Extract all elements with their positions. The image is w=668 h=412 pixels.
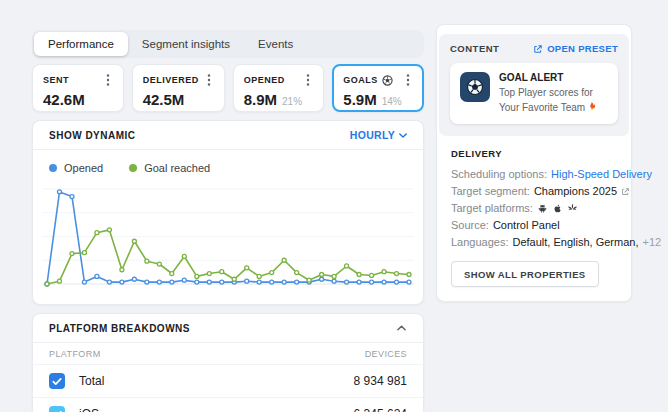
delivery-row-target-segment: Target segment: Champions 2025 bbox=[451, 183, 617, 200]
soccer-ball-icon bbox=[382, 75, 393, 86]
stat-value: 42.5M bbox=[143, 91, 185, 108]
apple-icon bbox=[552, 203, 563, 214]
chevron-down-icon bbox=[399, 133, 407, 138]
stat-percent: 21% bbox=[282, 96, 302, 107]
field-label: Source: bbox=[451, 217, 489, 234]
legend-dot-goal-reached bbox=[129, 164, 137, 172]
delivery-row-languages: Languages: Default, English, German, +12 bbox=[451, 234, 617, 251]
field-label: Target segment: bbox=[451, 183, 530, 200]
content-section: CONTENT OPEN PRESET GOAL ALERT bbox=[439, 34, 629, 136]
kebab-menu-icon[interactable] bbox=[302, 72, 314, 88]
stat-card-goals[interactable]: GOALS 5.9M 14% bbox=[332, 64, 424, 112]
interval-dropdown[interactable]: HOURLY bbox=[350, 129, 407, 141]
chart-legend: Opened Goal reached bbox=[33, 150, 423, 176]
tab-segment-insights[interactable]: Segment insights bbox=[128, 32, 244, 56]
devices-count: 8 934 981 bbox=[354, 374, 407, 388]
show-dynamic-card: SHOW DYNAMIC HOURLY Opened Goal reached bbox=[32, 120, 424, 305]
delivery-row-source: Source: Control Panel bbox=[451, 217, 617, 234]
goal-alert-card[interactable]: GOAL ALERT Top Player scores for Your Fa… bbox=[450, 63, 618, 124]
languages-value: Default, English, German, bbox=[513, 234, 639, 251]
kebab-menu-icon[interactable] bbox=[402, 72, 414, 88]
table-row-total: Total 8 934 981 bbox=[33, 365, 423, 398]
android-icon bbox=[537, 203, 548, 214]
column-header-platform: PLATFORM bbox=[49, 349, 101, 359]
stat-percent: 14% bbox=[382, 96, 402, 107]
kebab-menu-icon[interactable] bbox=[203, 72, 215, 88]
field-label: Scheduling options: bbox=[451, 166, 547, 183]
stat-label: DELIVERED bbox=[143, 75, 199, 85]
open-preset-link[interactable]: OPEN PRESET bbox=[533, 43, 618, 54]
stat-card-delivered[interactable]: DELIVERED 42.5M bbox=[132, 64, 225, 112]
platform-name: iOS bbox=[79, 407, 99, 412]
languages-more-count[interactable]: +12 bbox=[642, 234, 661, 251]
delivery-section-title: DELIVERY bbox=[451, 148, 617, 159]
line-chart[interactable] bbox=[40, 180, 416, 292]
platform-checkbox[interactable] bbox=[49, 373, 65, 389]
stat-card-opened[interactable]: OPENED 8.9M 21% bbox=[233, 64, 325, 112]
delivery-row-target-platforms: Target platforms: bbox=[451, 200, 617, 217]
field-label: Target platforms: bbox=[451, 200, 533, 217]
table-column-headers: PLATFORM DEVICES bbox=[33, 343, 423, 365]
platform-card-title: PLATFORM BREAKDOWNS bbox=[49, 323, 190, 334]
alert-title: GOAL ALERT bbox=[499, 72, 608, 83]
huawei-icon bbox=[567, 203, 578, 214]
stat-value: 5.9M bbox=[343, 91, 376, 108]
open-preset-label: OPEN PRESET bbox=[547, 43, 618, 54]
stat-card-sent[interactable]: SENT 42.6M bbox=[32, 64, 124, 112]
chart-card-title: SHOW DYNAMIC bbox=[49, 130, 136, 141]
high-speed-delivery-link[interactable]: High-Speed Delivery bbox=[551, 166, 652, 183]
legend-label: Goal reached bbox=[144, 162, 210, 174]
platform-breakdowns-card: PLATFORM BREAKDOWNS PLATFORM DEVICES Tot… bbox=[32, 313, 424, 412]
legend-dot-opened bbox=[49, 164, 57, 172]
tab-events[interactable]: Events bbox=[244, 32, 307, 56]
legend-label: Opened bbox=[64, 162, 103, 174]
stat-label: GOALS bbox=[343, 75, 378, 85]
stat-value: 42.6M bbox=[43, 91, 85, 108]
stat-value: 8.9M bbox=[244, 91, 277, 108]
delivery-row-scheduling: Scheduling options: High-Speed Delivery bbox=[451, 166, 617, 183]
tab-performance[interactable]: Performance bbox=[34, 32, 128, 56]
devices-count: 6 345 624 bbox=[354, 407, 407, 412]
kebab-menu-icon[interactable] bbox=[102, 72, 114, 88]
platform-checkbox[interactable] bbox=[49, 406, 65, 412]
tab-bar: Performance Segment insights Events bbox=[32, 30, 424, 58]
table-row-ios: iOS 6 345 624 bbox=[33, 398, 423, 412]
interval-dropdown-value: HOURLY bbox=[350, 129, 395, 141]
soccer-ball-icon bbox=[460, 72, 490, 102]
source-value: Control Panel bbox=[493, 217, 560, 234]
alert-text: Top Player scores for Your Favorite Team bbox=[499, 87, 593, 113]
column-header-devices: DEVICES bbox=[365, 349, 407, 359]
stats-row: SENT 42.6M DELIVERED 42.5M OPENED bbox=[32, 64, 424, 112]
delivery-section: DELIVERY Scheduling options: High-Speed … bbox=[439, 136, 629, 299]
field-label: Languages: bbox=[451, 234, 509, 251]
platform-name: Total bbox=[79, 374, 104, 388]
show-all-properties-button[interactable]: SHOW ALL PROPERTIES bbox=[451, 261, 599, 287]
campaign-details-card: CONTENT OPEN PRESET GOAL ALERT bbox=[436, 24, 632, 302]
fire-emoji-icon bbox=[588, 102, 597, 113]
collapse-chevron-up-icon[interactable] bbox=[396, 324, 407, 332]
legend-item-goal-reached[interactable]: Goal reached bbox=[129, 162, 210, 174]
content-section-title: CONTENT bbox=[450, 43, 499, 54]
target-segment-value: Champions 2025 bbox=[534, 183, 617, 200]
legend-item-opened[interactable]: Opened bbox=[49, 162, 103, 174]
stat-label: OPENED bbox=[244, 75, 285, 85]
external-link-icon[interactable] bbox=[621, 187, 630, 196]
external-link-icon bbox=[533, 44, 543, 54]
stat-label: SENT bbox=[43, 75, 69, 85]
